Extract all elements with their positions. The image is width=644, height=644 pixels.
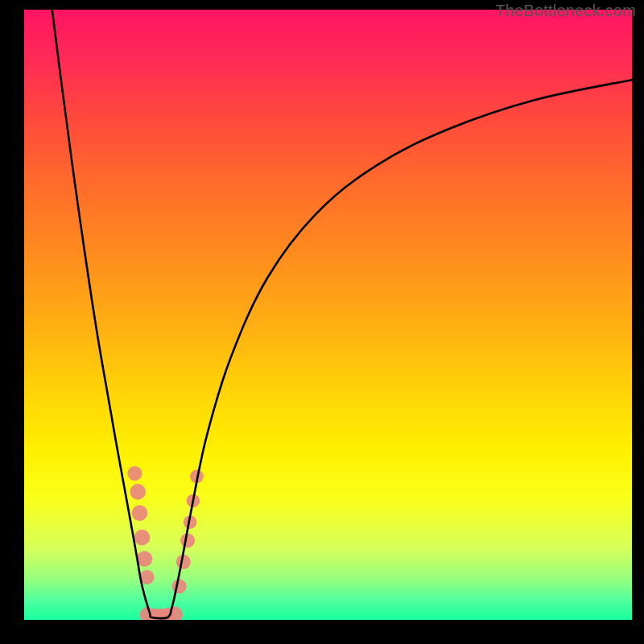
data-marker: [180, 533, 195, 547]
curves-group: [52, 10, 632, 618]
chart-plot-area: [24, 10, 632, 620]
markers-group: [127, 466, 203, 620]
watermark-text: TheBottleneck.com: [495, 2, 636, 20]
data-marker: [132, 506, 148, 522]
chart-overlay-svg: [24, 10, 632, 620]
data-marker: [134, 530, 151, 546]
chart-frame: TheBottleneck.com: [0, 0, 644, 644]
data-marker: [130, 484, 146, 500]
data-marker: [127, 466, 142, 481]
bottleneck-curve: [52, 10, 632, 618]
data-marker: [171, 579, 186, 593]
